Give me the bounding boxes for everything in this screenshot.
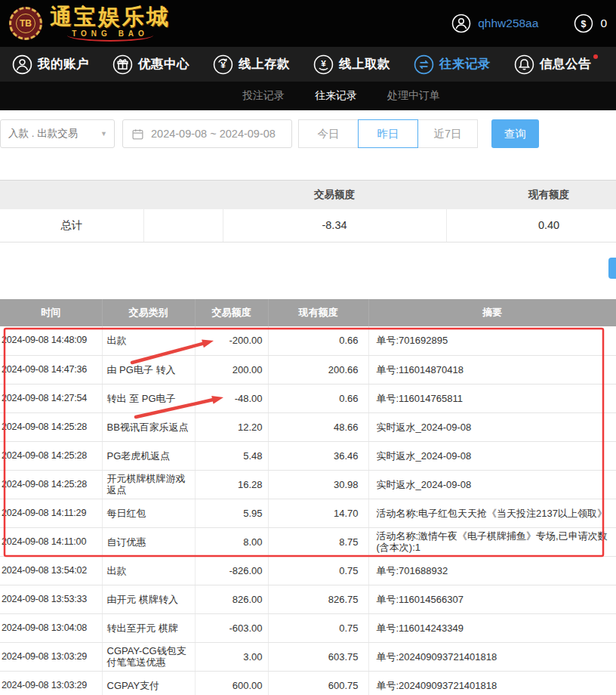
cell-type: 出款 (102, 556, 195, 585)
transactions-section: 时间 交易类别 交易额度 现有额度 摘要 2024-09-08 14:48:09… (0, 299, 616, 695)
cell-time: 2024-09-08 14:25:28 (0, 470, 102, 499)
summary-section: 交易额度 现有额度 总计 -8.34 0.40 (0, 180, 616, 242)
cell-balance: 36.46 (268, 441, 368, 470)
nav-item-withdraw[interactable]: ¥ 线上取款 (313, 54, 390, 75)
site-title: 通宝娱乐城 (50, 5, 171, 28)
site-subtitle: TONG BAO (67, 29, 153, 42)
cell-summary: 实时返水_2024-09-08 (368, 441, 616, 470)
cell-summary: 单号:701688932 (368, 556, 616, 585)
cell-summary: 单号:202409093721401818 (368, 642, 616, 671)
cell-time: 2024-09-08 13:53:33 (0, 585, 102, 613)
deposit-icon: ¥ (213, 54, 233, 75)
table-row: 2024-09-08 14:48:09出款-200.000.66单号:70169… (0, 326, 616, 355)
nav-item-deposit[interactable]: ¥ 线上存款 (213, 54, 290, 75)
transactions-table: 时间 交易类别 交易额度 现有额度 摘要 2024-09-08 14:48:09… (0, 299, 616, 695)
date-range-value: 2024-09-08 ~ 2024-09-08 (151, 128, 276, 140)
tab-betting-records[interactable]: 投注记录 (242, 89, 285, 103)
cell-balance: 0.75 (268, 613, 368, 642)
cell-type: 开元棋牌棋牌游戏返点 (102, 470, 195, 499)
summary-table: 交易额度 现有额度 总计 -8.34 0.40 (0, 180, 616, 242)
header-summary: 摘要 (368, 299, 616, 326)
table-row: 2024-09-08 13:03:29CGPAY支付600.00600.75单号… (0, 671, 616, 695)
table-row: 2024-09-08 14:11:00自订优惠8.008.75活动名称:激情午夜… (0, 527, 616, 556)
cell-amount: 5.48 (195, 441, 268, 470)
cell-summary: 活动名称:电子红包天天抢《当天投注2137以上领取》 (368, 499, 616, 527)
cell-time: 2024-09-08 13:54:02 (0, 556, 102, 585)
cell-balance: 826.75 (268, 585, 368, 613)
balance-amount: 0 (600, 17, 607, 30)
summary-header-transaction: 交易额度 (223, 181, 446, 209)
header-time: 时间 (0, 299, 102, 326)
cell-type: 由开元 棋牌转入 (102, 585, 195, 613)
cell-amount: -826.00 (195, 556, 268, 585)
svg-text:$: $ (581, 19, 587, 29)
user-avatar-icon (451, 14, 471, 33)
cell-summary: 单号:116014566307 (368, 585, 616, 613)
cell-type: CGPAY-CG钱包支付笔笔送优惠 (102, 642, 195, 671)
cell-time: 2024-09-08 14:25:28 (0, 412, 102, 441)
top-header: TB 通宝娱乐城 TONG BAO qhhw258aa $ 0 (0, 0, 616, 47)
summary-header-row: 交易额度 现有额度 (0, 181, 616, 209)
table-row: 2024-09-08 14:25:28开元棋牌棋牌游戏返点16.2830.98实… (0, 470, 616, 499)
cell-time: 2024-09-08 13:03:29 (0, 671, 102, 695)
dollar-icon: $ (574, 14, 593, 33)
cell-time: 2024-09-08 14:25:28 (0, 441, 102, 470)
calendar-icon (131, 128, 144, 141)
cell-type: 自订优惠 (102, 527, 195, 556)
last7days-button[interactable]: 近7日 (417, 119, 478, 148)
casino-chip-icon: TB (9, 7, 42, 40)
transfer-records-icon (414, 54, 434, 75)
cell-time: 2024-09-08 13:03:29 (0, 642, 102, 671)
header-amount: 交易额度 (195, 299, 268, 326)
nav-item-announcements[interactable]: 信息公告 (514, 54, 591, 75)
transactions-tbody: 2024-09-08 14:48:09出款-200.000.66单号:70169… (0, 326, 616, 695)
today-button[interactable]: 今日 (298, 119, 359, 148)
tab-processing-orders[interactable]: 处理中订单 (387, 89, 440, 103)
cell-balance: 0.66 (268, 384, 368, 412)
cell-time: 2024-09-08 13:04:08 (0, 613, 102, 642)
filter-bar: 入款 . 出款交易 ▼ 2024-09-08 ~ 2024-09-08 今日 昨… (0, 110, 616, 157)
user-icon (12, 54, 32, 75)
table-row: 2024-09-08 14:25:28BB视讯百家乐返点12.2048.66实时… (0, 412, 616, 441)
transaction-type-select[interactable]: 入款 . 出款交易 ▼ (0, 119, 115, 148)
table-row: 2024-09-08 13:53:33由开元 棋牌转入826.00826.75单… (0, 585, 616, 613)
bell-icon (514, 54, 534, 75)
cell-time: 2024-09-08 14:27:54 (0, 384, 102, 412)
cell-balance: 200.66 (268, 355, 368, 384)
table-row: 2024-09-08 14:47:36由 PG电子 转入200.00200.66… (0, 355, 616, 384)
cell-balance: 0.66 (268, 326, 368, 355)
nav-item-my-account[interactable]: 我的账户 (12, 54, 89, 75)
cell-amount: 826.00 (195, 585, 268, 613)
query-button[interactable]: 查询 (491, 119, 539, 148)
cell-balance: 603.75 (268, 642, 368, 671)
cell-amount: -200.00 (195, 326, 268, 355)
header-balance: 现有额度 (268, 299, 368, 326)
gift-icon (112, 54, 133, 75)
date-range-input[interactable]: 2024-09-08 ~ 2024-09-08 (122, 119, 292, 148)
nav-item-transaction-records[interactable]: 往来记录 (414, 54, 491, 75)
site-logo[interactable]: TB 通宝娱乐城 TONG BAO (9, 5, 171, 42)
cell-type: 转出至开元 棋牌 (102, 613, 195, 642)
table-row: 2024-09-08 14:11:29每日红包5.9514.70活动名称:电子红… (0, 499, 616, 527)
side-widget-button[interactable] (608, 258, 616, 279)
summary-header-empty (0, 181, 143, 209)
cell-amount: -603.00 (195, 613, 268, 642)
cell-summary: 实时返水_2024-09-08 (368, 412, 616, 441)
username[interactable]: qhhw258aa (478, 17, 538, 30)
cell-type: CGPAY支付 (102, 671, 195, 695)
cell-balance: 0.75 (268, 556, 368, 585)
summary-balance-total: 0.40 (446, 209, 616, 242)
cell-time: 2024-09-08 14:48:09 (0, 326, 102, 355)
main-navigation: 我的账户 优惠中心 ¥ 线上存款 (0, 47, 616, 82)
cell-amount: -48.00 (195, 384, 268, 412)
yesterday-button[interactable]: 昨日 (358, 119, 418, 148)
table-row: 2024-09-08 13:04:08转出至开元 棋牌-603.000.75单号… (0, 613, 616, 642)
cell-amount: 200.00 (195, 355, 268, 384)
summary-total-row: 总计 -8.34 0.40 (0, 209, 616, 242)
summary-total-label: 总计 (0, 209, 143, 242)
table-row: 2024-09-08 13:54:02出款-826.000.75单号:70168… (0, 556, 616, 585)
cell-type: PG老虎机返点 (102, 441, 195, 470)
tab-transaction-records[interactable]: 往来记录 (315, 89, 357, 103)
nav-item-promotions[interactable]: 优惠中心 (112, 54, 189, 75)
cell-time: 2024-09-08 14:11:29 (0, 499, 102, 527)
